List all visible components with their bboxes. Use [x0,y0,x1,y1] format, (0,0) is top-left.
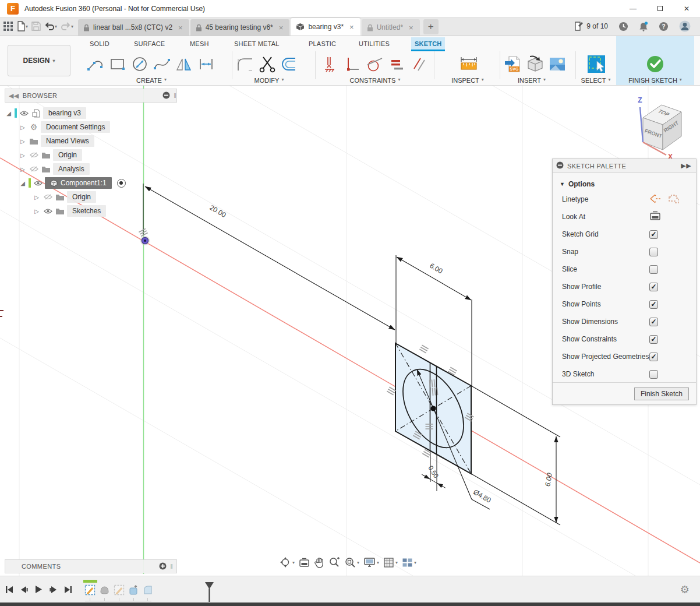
finish-sketch-button[interactable]: Finish Sketch [634,387,689,400]
insert-mesh-icon[interactable] [524,53,546,75]
document-tab[interactable]: Untitled* [362,19,420,36]
activate-component-radio[interactable] [117,179,126,188]
timeline-step-back-icon[interactable] [19,585,29,594]
create-group-label[interactable]: CREATE [111,77,192,84]
tree-row-document[interactable]: ◢ bearing v3 [5,106,177,120]
timeline-feature-sketch[interactable] [114,584,125,596]
undo-icon[interactable] [44,22,57,31]
vertical-horizontal-constraint-icon[interactable] [341,53,363,75]
tab-plastic[interactable]: PLASTIC [305,37,340,50]
visibility-eye-icon[interactable] [43,208,53,214]
view-cube[interactable]: TOP FRONT RIGHT Z X [629,92,698,161]
expand-triangle-icon[interactable]: ◢ [19,180,27,186]
parallel-constraint-icon[interactable] [408,53,430,75]
timeline-feature-form[interactable] [99,584,110,596]
close-tab-icon[interactable] [278,23,285,32]
browser-header[interactable]: ◀◀ BROWSER ‖ [5,89,177,103]
slice-checkbox[interactable] [649,265,658,274]
display-settings-icon[interactable] [363,557,379,568]
visibility-eye-icon[interactable] [19,110,29,117]
tree-row[interactable]: ▷ Origin [5,148,177,162]
timeline-feature-sketch-active[interactable] [84,584,96,596]
snap-checkbox[interactable] [649,248,658,256]
job-status[interactable]: 9 of 10 [574,22,608,31]
select-tool-icon[interactable] [585,53,607,75]
orbit-icon[interactable] [280,556,295,568]
spline-tool-icon[interactable] [151,53,173,75]
look-at-icon[interactable] [649,211,661,223]
file-menu-icon[interactable] [16,21,28,31]
workspace-selector[interactable]: DESIGN [8,45,70,76]
insert-canvas-icon[interactable] [546,53,568,75]
document-tab[interactable]: linear ball ...5x8 (CTC) v2 [78,19,189,36]
rectangle-tool-icon[interactable] [107,53,129,75]
notification-bell-icon[interactable] [639,22,648,31]
origin-point[interactable] [140,236,150,245]
tree-row[interactable]: ▷ Named Views [5,134,177,148]
maximize-button[interactable] [646,0,673,17]
remove-panel-icon[interactable] [162,91,170,100]
timeline-position-marker[interactable] [203,582,215,603]
sketch-grid-checkbox[interactable] [649,230,658,239]
pan-hand-icon[interactable] [314,557,324,568]
finish-sketch-label[interactable]: FINISH SKETCH [614,77,696,84]
save-icon[interactable] [31,22,41,31]
sketch-dimension-icon[interactable] [195,53,217,75]
look-at-view-icon[interactable] [299,558,310,568]
timeline-play-icon[interactable] [34,584,44,594]
document-tab-active[interactable]: bearing v3* [291,18,360,36]
circle-tool-icon[interactable] [129,53,151,75]
timeline-feature-fillet[interactable] [142,584,153,596]
fix-constraint-icon[interactable] [319,53,341,75]
show-profile-checkbox[interactable] [649,283,658,291]
show-dimensions-checkbox[interactable] [649,318,658,326]
tab-mesh[interactable]: MESH [186,37,213,50]
tree-row[interactable]: ▷ Analysis [5,162,177,176]
dim-text-width[interactable]: 6.00 [428,262,444,276]
help-icon[interactable]: ? [659,22,669,31]
timeline-go-start-icon[interactable] [5,585,14,594]
tree-row-component[interactable]: ◢ Component1:1 [5,176,177,190]
dim-text-diameter[interactable]: Ø4.80 [472,488,493,505]
tab-sheet-metal[interactable]: SHEET METAL [231,37,283,50]
dim-text-slot[interactable]: 0.50 [427,464,440,479]
visibility-off-icon[interactable] [29,152,39,158]
app-launcher-icon[interactable] [3,22,13,31]
visibility-off-icon[interactable] [29,165,39,172]
constraints-group-label[interactable]: CONSTRAINTS [334,77,416,84]
dim-line-length[interactable] [145,186,395,330]
timeline-settings-gear-icon[interactable]: ⚙ [680,583,690,596]
viewports-icon[interactable] [402,558,416,568]
close-tab-icon[interactable] [408,23,415,32]
mirror-tool-icon[interactable] [173,53,195,75]
tab-solid[interactable]: SOLID [86,37,113,50]
history-clock-icon[interactable] [618,22,628,31]
dock-panel-icon[interactable]: ▶▶ [681,162,691,170]
projected-linetype-icon[interactable] [668,193,680,206]
visibility-off-icon[interactable] [43,193,53,200]
fillet-tool-icon[interactable] [234,53,256,75]
equal-constraint-icon[interactable] [386,53,408,75]
comments-bar[interactable]: COMMENTS ‖ [5,559,177,573]
panel-grip[interactable]: ‖ [174,93,176,99]
modify-group-label[interactable]: MODIFY [228,77,310,84]
offset-tool-icon[interactable] [278,53,300,75]
show-points-checkbox[interactable] [649,300,658,309]
collapsed-triangle-icon[interactable]: ▷ [19,152,27,158]
avatar[interactable] [679,20,691,32]
collapsed-triangle-icon[interactable]: ▷ [19,124,27,131]
options-section-header[interactable]: ▼Options [553,173,696,191]
document-tab[interactable]: 45 bearing testing v6* [190,19,290,36]
collapsed-triangle-icon[interactable]: ▷ [19,166,27,172]
show-constraints-checkbox[interactable] [649,335,658,344]
timeline-go-end-icon[interactable] [63,585,73,594]
insert-svg-icon[interactable]: SVG [502,53,524,75]
close-tab-icon[interactable] [348,23,355,31]
expand-triangle-icon[interactable]: ◢ [5,110,13,117]
measure-tool-icon[interactable] [458,53,480,75]
dim-text-height[interactable]: 6.00 [543,472,554,487]
grid-settings-icon[interactable] [383,557,398,568]
tangent-constraint-icon[interactable] [363,53,386,75]
visibility-eye-icon[interactable] [33,180,43,186]
add-comment-icon[interactable] [159,562,167,571]
